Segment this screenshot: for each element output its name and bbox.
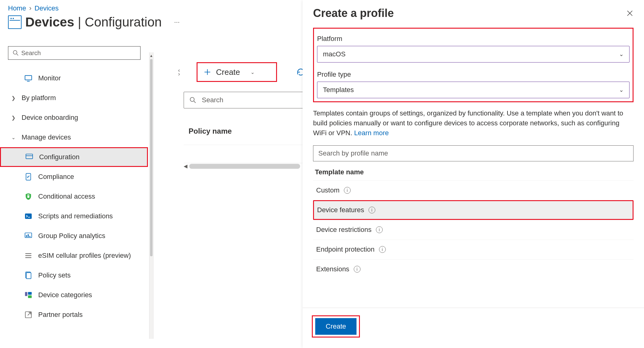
platform-value: macOS (323, 50, 345, 58)
svg-rect-8 (25, 213, 32, 219)
sidebar-item-label: Partner portals (38, 311, 83, 319)
create-profile-button[interactable]: Create (315, 318, 357, 335)
template-row-extensions[interactable]: Extensions i (313, 259, 634, 279)
scripts-icon (24, 212, 33, 221)
template-row-endpoint-protection[interactable]: Endpoint protection i (313, 240, 634, 259)
horizontal-scrollbar[interactable] (189, 164, 300, 169)
info-icon[interactable]: i (369, 207, 375, 213)
link-icon (24, 310, 33, 319)
template-search[interactable]: Search by profile name (313, 145, 634, 161)
templates-description: Templates contain groups of settings, or… (313, 108, 634, 138)
profile-type-label: Profile type (317, 71, 630, 79)
scrollbar-thumb[interactable] (150, 59, 153, 256)
svg-rect-4 (26, 154, 33, 159)
sidebar-item-label: Compliance (38, 173, 74, 181)
sidebar-item-esim[interactable]: eSIM cellular profiles (preview) (0, 246, 148, 265)
template-label: Device features (317, 206, 364, 214)
chevron-down-icon: ⌄ (619, 87, 624, 93)
policy-search-placeholder: Search (202, 96, 223, 104)
chevron-up-icon: ▲ (149, 54, 153, 58)
policy-sets-icon (24, 271, 33, 280)
sidebar-item-policy-sets[interactable]: Policy sets (0, 265, 148, 285)
svg-point-0 (13, 51, 17, 54)
svg-rect-19 (25, 292, 27, 296)
close-icon (626, 10, 634, 17)
template-row-device-features[interactable]: Device features i (313, 200, 634, 220)
nav-scrollbar[interactable]: ▲ (149, 52, 153, 339)
info-icon[interactable]: i (354, 266, 361, 273)
svg-rect-18 (26, 273, 31, 279)
collapse-toggle[interactable]: ‹ › (178, 68, 180, 76)
template-row-custom[interactable]: Custom i (313, 180, 634, 200)
sidebar-item-label: Configuration (39, 153, 79, 161)
template-search-placeholder: Search by profile name (318, 149, 388, 157)
create-label: Create (216, 67, 240, 77)
flyout-title: Create a profile (313, 7, 394, 20)
platform-select[interactable]: macOS ⌄ (317, 46, 630, 63)
profile-type-select[interactable]: Templates ⌄ (317, 82, 630, 98)
compliance-icon (24, 172, 33, 181)
sidebar-item-device-onboarding[interactable]: ❯ Device onboarding (0, 108, 148, 127)
policy-search[interactable]: Search (184, 92, 307, 108)
plus-icon (203, 68, 212, 76)
sidebar-item-by-platform[interactable]: ❯ By platform (0, 88, 148, 108)
template-label: Endpoint protection (316, 245, 375, 253)
chevron-left-icon[interactable]: ◀ (184, 163, 187, 169)
svg-rect-7 (27, 196, 30, 198)
sidebar-item-label: Group Policy analytics (38, 232, 105, 240)
breadcrumb-devices[interactable]: Devices (35, 4, 59, 12)
svg-rect-11 (26, 235, 27, 237)
monitor-icon (24, 74, 33, 83)
svg-rect-12 (28, 234, 29, 237)
sidebar-item-label: Device categories (38, 291, 92, 299)
search-icon (13, 50, 19, 56)
svg-rect-13 (29, 236, 30, 237)
breadcrumb-home[interactable]: Home (8, 4, 26, 12)
template-label: Custom (316, 186, 340, 194)
sidebar-item-label: Device onboarding (22, 114, 78, 122)
svg-rect-2 (25, 75, 32, 80)
sidebar-item-gpa[interactable]: Group Policy analytics (0, 226, 148, 246)
sidebar-item-label: Scripts and remediations (38, 212, 113, 220)
template-label: Device restrictions (316, 226, 372, 234)
template-label: Extensions (316, 265, 349, 273)
configuration-icon (25, 153, 34, 161)
learn-more-link[interactable]: Learn more (354, 129, 389, 137)
create-button[interactable]: Create ⌄ (198, 63, 263, 81)
info-icon[interactable]: i (379, 246, 386, 253)
platform-label: Platform (317, 35, 630, 43)
platform-profile-group: Platform macOS ⌄ Profile type Templates … (313, 28, 634, 102)
devices-icon (8, 15, 22, 29)
sidebar-item-monitor[interactable]: Monitor (0, 68, 148, 88)
create-profile-flyout: Create a profile Platform macOS ⌄ Profil… (303, 0, 644, 348)
profile-type-value: Templates (323, 86, 354, 94)
sidebar-item-compliance[interactable]: Compliance (0, 167, 148, 187)
nav-search[interactable]: Search (8, 46, 141, 60)
chevron-right-icon: › (29, 4, 31, 12)
info-icon[interactable]: i (344, 187, 351, 194)
svg-rect-20 (28, 292, 32, 295)
shield-icon (24, 192, 33, 201)
search-icon (190, 97, 196, 103)
template-name-header: Template name (315, 168, 634, 176)
sidebar-item-device-categories[interactable]: Device categories (0, 285, 148, 305)
sidebar-item-configuration[interactable]: Configuration (0, 147, 148, 167)
chevron-right-icon: ❯ (10, 115, 16, 121)
svg-point-26 (190, 97, 194, 101)
sidebar-item-conditional-access[interactable]: Conditional access (0, 187, 148, 206)
chevron-right-icon: › (178, 72, 180, 76)
svg-line-27 (194, 101, 196, 103)
chevron-down-icon: ⌄ (619, 51, 624, 58)
sidebar-item-label: Conditional access (38, 192, 95, 200)
template-row-device-restrictions[interactable]: Device restrictions i (313, 220, 634, 240)
info-icon[interactable]: i (376, 226, 383, 233)
page-title: Devices | Configuration (25, 15, 162, 30)
chevron-down-icon: ⌄ (251, 69, 255, 75)
sidebar-item-scripts[interactable]: Scripts and remediations (0, 206, 148, 226)
chevron-right-icon: ❯ (10, 95, 16, 101)
sidebar-item-manage-devices[interactable]: ⌄ Manage devices (0, 127, 148, 147)
close-button[interactable] (626, 10, 634, 17)
sidebar-item-partner-portals[interactable]: Partner portals (0, 305, 148, 325)
esim-icon (24, 251, 33, 260)
sidebar-item-label: Policy sets (38, 271, 71, 279)
